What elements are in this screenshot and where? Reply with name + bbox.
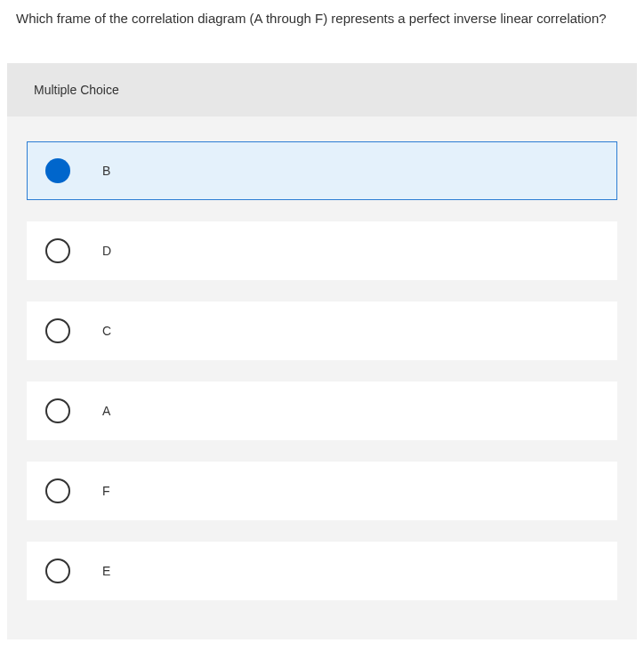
section-title: Multiple Choice [7, 63, 637, 117]
question-text: Which frame of the correlation diagram (… [0, 0, 644, 44]
radio-icon [45, 478, 70, 503]
option-d[interactable]: D [27, 221, 617, 280]
option-b[interactable]: B [27, 141, 617, 200]
option-f[interactable]: F [27, 462, 617, 520]
option-e[interactable]: E [27, 542, 617, 600]
option-a[interactable]: A [27, 382, 617, 440]
radio-selected-icon [45, 158, 70, 183]
options-list: B D C A F E [7, 117, 637, 600]
radio-icon [45, 398, 70, 423]
option-label: C [102, 324, 111, 338]
radio-icon [45, 559, 70, 583]
option-c[interactable]: C [27, 301, 617, 360]
option-label: F [102, 484, 110, 498]
option-label: B [102, 164, 110, 178]
option-label: E [102, 564, 110, 578]
radio-icon [45, 238, 70, 263]
option-label: A [102, 404, 110, 418]
option-label: D [102, 244, 111, 258]
radio-icon [45, 318, 70, 343]
quiz-container: Multiple Choice B D C A F E [7, 63, 637, 639]
